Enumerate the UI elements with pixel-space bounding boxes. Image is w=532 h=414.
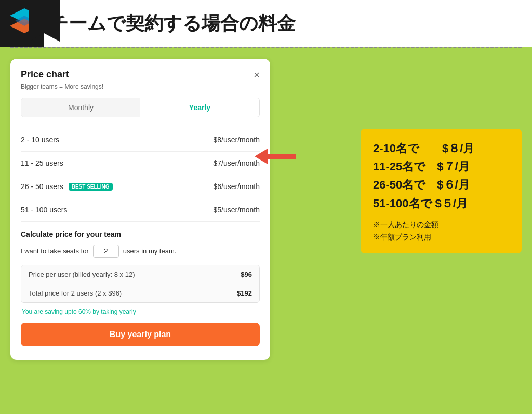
calc-input-prefix: I want to take seats for [21,247,89,255]
result-value-1: $96 [241,271,252,278]
svg-marker-3 [255,149,296,164]
calc-result-row-1: Price per user (billed yearly: 8 x 12) $… [21,265,259,284]
user-range-1: 2 - 10 users [21,136,59,144]
calculator-section: Calculate price for your team I want to … [21,230,260,346]
tab-toggle: Monthly Yearly [21,98,260,117]
pricing-row-2: 11 - 25 users $7/user/month [21,152,260,175]
calc-result-row-2: Total price for 2 users (2 x $96) $192 [21,284,259,302]
user-range-4: 51 - 100 users [21,206,68,214]
info-box: 2-10名で $８/月 11-25名で $７/月 26-50名で $６/月 51… [361,129,522,253]
pricing-row-1: 2 - 10 users $8/user/month [21,128,260,152]
price-1: $8/user/month [214,136,260,144]
tab-yearly[interactable]: Yearly [140,98,259,117]
best-selling-badge: BEST SELLING [69,183,113,191]
info-note: ※一人あたりの金額 ※年額プラン利用 [373,219,509,244]
info-line-2: 11-25名で $７/月 [373,157,509,176]
price-card: Price chart × Bigger teams = More saving… [10,59,270,360]
buy-yearly-button[interactable]: Buy yearly plan [21,323,260,346]
info-note-1: ※一人あたりの金額 [373,219,509,231]
pricing-rows: 2 - 10 users $8/user/month 11 - 25 users… [21,128,260,222]
user-range-2: 11 - 25 users [21,159,63,167]
result-value-2: $192 [237,289,252,297]
card-subtitle: Bigger teams = More savings! [21,83,260,90]
banner-title: チームで契約する場合の料金 [44,0,532,47]
calc-input-row: I want to take seats for users in my tea… [21,245,260,258]
banner-title-text: チームで契約する場合の料金 [49,11,296,36]
info-line-1: 2-10名で $８/月 [373,139,509,157]
user-range-3: 26 - 50 users [21,182,63,191]
info-line-3: 26-50名で $６/月 [373,176,509,194]
calc-title: Calculate price for your team [21,230,260,238]
result-label-1: Price per user (billed yearly: 8 x 12) [29,271,135,278]
info-note-2: ※年額プラン利用 [373,231,509,244]
card-header: Price chart × [21,69,260,80]
result-label-2: Total price for 2 users (2 x $96) [29,289,122,297]
card-title: Price chart [21,69,69,80]
price-4: $5/user/month [214,206,260,214]
arrow-indicator [255,146,296,169]
tab-monthly[interactable]: Monthly [21,98,140,117]
info-line-4: 51-100名で $５/月 [373,194,509,212]
close-button[interactable]: × [254,70,260,80]
saving-text: You are saving upto 60% by taking yearly [21,308,260,315]
price-3: $6/user/month [214,182,260,191]
top-banner: チームで契約する場合の料金 [0,0,532,47]
main-content: Price chart × Bigger teams = More saving… [0,48,532,365]
pricing-row-4: 51 - 100 users $5/user/month [21,198,260,222]
price-2: $7/user/month [214,159,260,167]
pricing-row-3: 26 - 50 users BEST SELLING $6/user/month [21,175,260,198]
calc-input-suffix: users in my team. [123,247,177,255]
seat-count-input[interactable] [93,245,119,258]
calc-result-box: Price per user (billed yearly: 8 x 12) $… [21,265,260,303]
